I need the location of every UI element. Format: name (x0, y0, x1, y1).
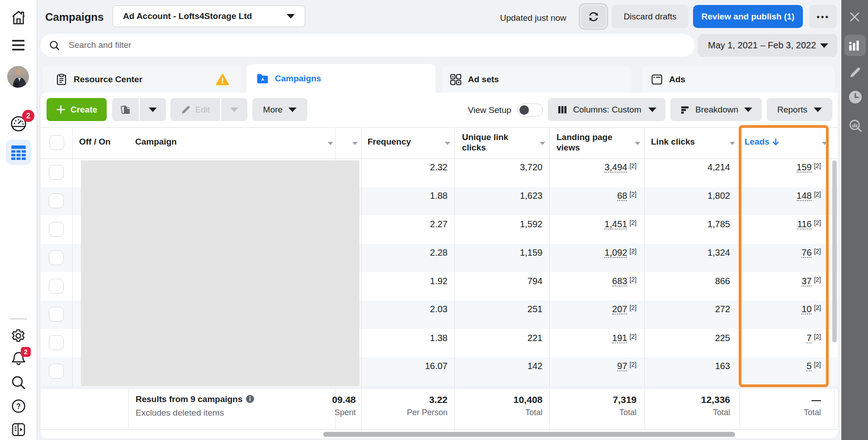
svg-text:?: ? (16, 403, 21, 410)
